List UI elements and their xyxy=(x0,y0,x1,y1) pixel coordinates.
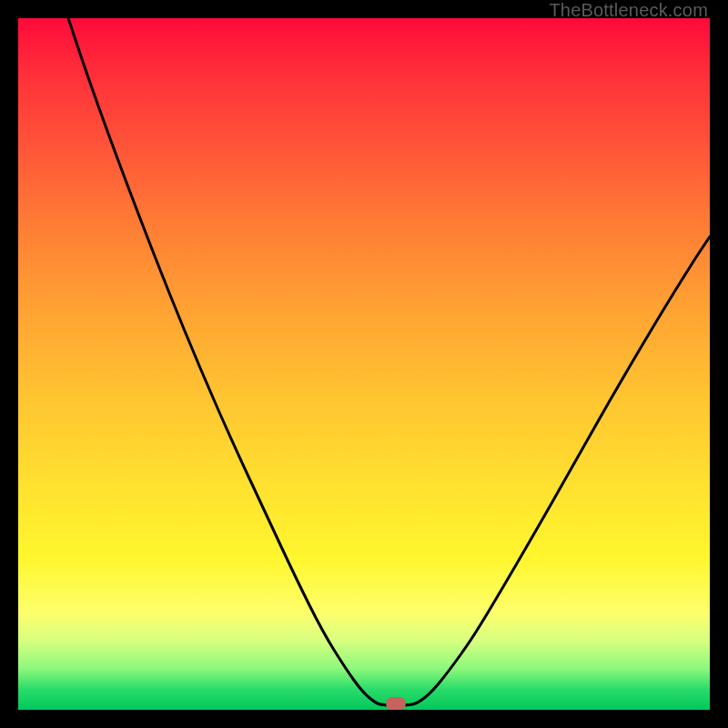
chart-frame: TheBottleneck.com xyxy=(0,0,728,728)
gradient-plot-area xyxy=(18,18,710,710)
bottleneck-curve xyxy=(18,18,710,710)
min-marker xyxy=(386,697,406,710)
